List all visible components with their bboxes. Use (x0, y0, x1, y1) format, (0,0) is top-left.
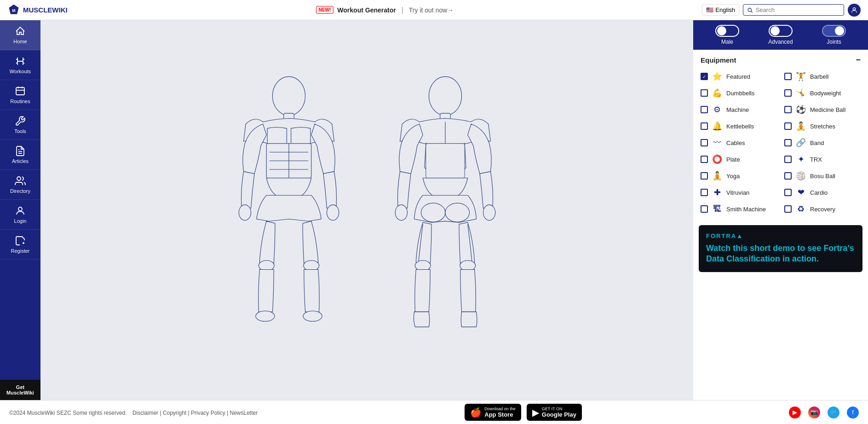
cardio-checkbox[interactable] (784, 189, 792, 196)
main-layout: Home Workouts Routines Tools Articles Di… (0, 20, 868, 400)
equip-barbell[interactable]: 🏋 Barbell (784, 70, 861, 83)
trx-icon: ✦ (794, 154, 807, 164)
vitruvian-checkbox[interactable] (701, 189, 708, 196)
get-musclewiki-button[interactable]: GetMuscleWiki (0, 380, 40, 400)
kettlebells-icon: 🔔 (711, 121, 724, 131)
app-store-button[interactable]: 🍎 Download on the App Store (465, 404, 521, 421)
sidebar-item-routines[interactable]: Routines (0, 80, 40, 110)
equip-smith-machine[interactable]: 🏗 Smith Machine (701, 202, 777, 216)
featured-checkbox[interactable] (701, 73, 708, 80)
equip-machine[interactable]: ⚙ Machine (701, 103, 777, 116)
back-body-figure[interactable] (376, 72, 514, 348)
equip-featured[interactable]: ⭐ Featured (701, 70, 777, 83)
equip-cables[interactable]: 〰 Cables (701, 136, 777, 150)
dumbbells-checkbox[interactable] (701, 89, 708, 97)
cardio-label: Cardio (810, 189, 828, 196)
advanced-toggle-switch[interactable] (769, 25, 793, 37)
sidebar-item-login[interactable]: Login (0, 200, 40, 230)
barbell-checkbox[interactable] (784, 73, 792, 80)
equip-bodyweight[interactable]: 🤸 Bodyweight (784, 86, 861, 100)
bosu-ball-label: Bosu Ball (810, 173, 835, 180)
flag-icon: 🇺🇸 (706, 6, 713, 13)
barbell-label: Barbell (810, 73, 828, 80)
sidebar-item-workouts[interactable]: Workouts (0, 50, 40, 80)
equip-kettlebells[interactable]: 🔔 Kettlebells (701, 119, 777, 133)
machine-checkbox[interactable] (701, 106, 708, 113)
footer-link-newsletter[interactable]: NewsLetter (230, 410, 258, 416)
yoga-checkbox[interactable] (701, 172, 708, 180)
google-play-button[interactable]: ▶ GET IT ON Google Play (527, 404, 582, 421)
equip-recovery[interactable]: ♻ Recovery (784, 202, 861, 216)
equip-medicine-ball[interactable]: ⚽ Medicine Ball (784, 103, 861, 116)
equip-yoga[interactable]: 🧘 Yoga (701, 169, 777, 183)
equipment-section: Equipment − ⭐ Featured 🏋 Barbell 💪 D (693, 50, 868, 221)
footer-link-copyright[interactable]: Copyright (163, 410, 186, 416)
plate-checkbox[interactable] (701, 156, 708, 163)
equip-trx[interactable]: ✦ TRX (784, 152, 861, 166)
band-checkbox[interactable] (784, 139, 792, 146)
footer-link-disclaimer[interactable]: Disclaimer (132, 410, 158, 416)
medicine-ball-checkbox[interactable] (784, 106, 792, 113)
search-box (743, 4, 844, 16)
youtube-icon[interactable]: ▶ (789, 407, 801, 418)
facebook-icon[interactable]: f (847, 407, 859, 418)
cables-checkbox[interactable] (701, 139, 708, 146)
new-badge: NEW! (316, 6, 334, 14)
equip-plate[interactable]: ⭕ Plate (701, 152, 777, 166)
sidebar-item-register[interactable]: Register (0, 230, 40, 260)
equip-bosu-ball[interactable]: 🏐 Bosu Ball (784, 169, 861, 183)
twitter-icon[interactable]: 🐦 (828, 407, 839, 418)
ad-banner[interactable]: FORTRA▲ Watch this short demo to see For… (699, 225, 862, 272)
trx-checkbox[interactable] (784, 156, 792, 163)
instagram-icon[interactable]: 📷 (808, 407, 820, 418)
footer-link-privacy[interactable]: Privacy Policy (191, 410, 225, 416)
equip-vitruvian[interactable]: ✚ Vitruvian (701, 186, 777, 199)
equip-stretches[interactable]: 🧘 Stretches (784, 119, 861, 133)
plate-icon: ⭕ (711, 154, 724, 164)
collapse-icon[interactable]: − (856, 55, 861, 65)
male-toggle-knob (717, 26, 726, 35)
sidebar-item-articles[interactable]: Articles (0, 140, 40, 170)
stretches-checkbox[interactable] (784, 122, 792, 130)
equip-dumbbells[interactable]: 💪 Dumbbells (701, 86, 777, 100)
try-it-link[interactable]: Try it out now→ (409, 6, 454, 14)
toggle-joints[interactable]: Joints (807, 25, 861, 45)
sidebar-item-tools[interactable]: Tools (0, 110, 40, 140)
smith-machine-checkbox[interactable] (701, 205, 708, 213)
front-body-figure[interactable] (220, 72, 358, 348)
right-panel: Male Advanced Joints Equipment − (693, 20, 868, 400)
toggle-male[interactable]: Male (701, 25, 754, 45)
workout-generator-link[interactable]: Workout Generator (337, 6, 396, 14)
equipment-title: Equipment (701, 56, 736, 64)
language-selector[interactable]: 🇺🇸 English (702, 4, 739, 16)
equipment-header: Equipment − (701, 55, 861, 65)
equip-cardio[interactable]: ❤ Cardio (784, 186, 861, 199)
bosu-ball-checkbox[interactable] (784, 172, 792, 180)
svg-line-3 (751, 11, 753, 12)
kettlebells-label: Kettlebells (726, 123, 754, 130)
svg-point-13 (272, 76, 305, 115)
logo[interactable]: M MUSCLEWIKI (7, 4, 68, 17)
lang-label: English (715, 6, 735, 13)
recovery-checkbox[interactable] (784, 205, 792, 213)
equip-band[interactable]: 🔗 Band (784, 136, 861, 150)
yoga-icon: 🧘 (711, 171, 724, 181)
medicine-ball-label: Medicine Ball (810, 106, 845, 113)
svg-point-25 (303, 311, 322, 321)
male-toggle-switch[interactable] (715, 25, 739, 37)
toggle-advanced[interactable]: Advanced (754, 25, 807, 45)
sidebar-label-login: Login (14, 218, 27, 224)
svg-point-21 (327, 204, 339, 220)
home-icon (15, 26, 26, 37)
sidebar-item-home[interactable]: Home (0, 20, 40, 50)
user-avatar[interactable] (848, 4, 861, 17)
joints-toggle-switch[interactable] (822, 25, 846, 37)
sidebar-item-directory[interactable]: Directory (0, 170, 40, 200)
bodyweight-checkbox[interactable] (784, 89, 792, 97)
toggle-male-label: Male (721, 39, 733, 45)
trx-label: TRX (810, 156, 822, 163)
stretches-icon: 🧘 (794, 121, 807, 131)
kettlebells-checkbox[interactable] (701, 122, 708, 130)
search-input[interactable] (756, 6, 840, 13)
sidebar: Home Workouts Routines Tools Articles Di… (0, 20, 40, 400)
